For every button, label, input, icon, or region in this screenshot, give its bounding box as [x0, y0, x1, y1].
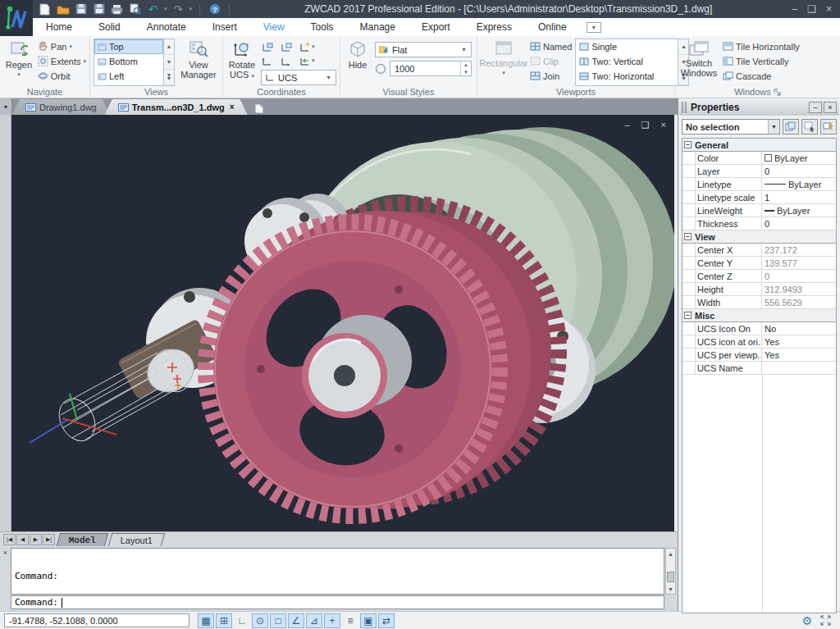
tab-export[interactable]: Export	[409, 18, 463, 36]
named-viewports-button[interactable]: Named	[530, 40, 572, 52]
pan-button[interactable]: Pan▾	[38, 40, 86, 52]
visual-style-combobox[interactable]: Flat ▼	[375, 42, 472, 57]
hide-button[interactable]: Hide	[344, 39, 372, 86]
tab-tools[interactable]: Tools	[298, 18, 347, 36]
property-row-ucs-name[interactable]: UCS Name	[682, 362, 836, 375]
regen-button[interactable]: Regen ▾	[3, 39, 34, 86]
switch-windows-button[interactable]: Switch Windows	[678, 39, 719, 86]
fullscreen-icon[interactable]	[820, 615, 831, 626]
last-tab-icon[interactable]: ▶|	[43, 534, 55, 545]
property-row-lineweight[interactable]: LineWeightByLayer	[682, 204, 836, 217]
property-row-layer[interactable]: Layer0	[682, 165, 836, 178]
property-row-center-x[interactable]: Center X237.172	[682, 244, 836, 257]
model-tab[interactable]: Model	[57, 533, 109, 546]
property-row-ucs-icon-on[interactable]: UCS Icon OnNo	[682, 322, 836, 335]
scroll-thumb[interactable]	[667, 572, 674, 582]
viewport-two-horizontal-item[interactable]: Two: Horizontal	[576, 69, 678, 84]
property-row-ucs-icon-origin[interactable]: UCS icon at ori...Yes	[682, 335, 836, 349]
settings-gear-icon[interactable]: ⚙	[801, 614, 812, 627]
tab-view[interactable]: View	[250, 18, 298, 36]
ucs-z-axis-icon[interactable]: ▾	[299, 40, 320, 53]
tile-horizontally-button[interactable]: Tile Horizontally	[723, 40, 800, 52]
doc-tab-menu-icon[interactable]: ▼	[0, 98, 12, 115]
tab-home[interactable]: Home	[33, 18, 85, 36]
doc-close-icon[interactable]: ×	[661, 120, 666, 130]
doc-tab-close-icon[interactable]: ×	[230, 103, 235, 112]
scroll-up-icon[interactable]: ▲	[666, 549, 675, 558]
property-row-color[interactable]: ColorByLayer	[682, 152, 836, 165]
viewport-two-vertical-item[interactable]: Two: Vertical	[576, 54, 678, 69]
command-input[interactable]: Command:	[11, 595, 664, 609]
panel-launcher-icon[interactable]	[774, 89, 781, 96]
cascade-button[interactable]: Cascade	[723, 70, 800, 82]
quick-select-button[interactable]	[783, 119, 799, 134]
join-viewports-button[interactable]: Join	[530, 70, 572, 82]
ucs-3point-icon[interactable]	[261, 54, 279, 67]
rectangular-button[interactable]: Rectangular ▾	[481, 39, 527, 86]
view-top-item[interactable]: Top	[94, 39, 163, 54]
ortho-mode-toggle[interactable]: ∟	[234, 613, 250, 628]
collapse-icon[interactable]: −	[684, 233, 692, 240]
undo-icon[interactable]: ↶	[146, 2, 160, 16]
property-row-center-y[interactable]: Center Y139.577	[682, 257, 836, 270]
toggle-pickadd-button[interactable]	[820, 119, 837, 134]
print-preview-icon[interactable]	[128, 2, 142, 16]
ucs-named-icon[interactable]	[280, 40, 298, 53]
rotate-ucs-button[interactable]: Rotate UCS ▾	[226, 39, 258, 86]
save-icon[interactable]	[74, 2, 88, 16]
view-left-item[interactable]: Left	[94, 69, 163, 84]
select-objects-button[interactable]	[801, 119, 818, 134]
restore-icon[interactable]: ❑	[807, 3, 816, 15]
tab-solid[interactable]: Solid	[85, 18, 134, 36]
property-row-linetype[interactable]: LinetypeByLayer	[682, 178, 836, 191]
ucs-combobox[interactable]: UCS ▼	[261, 70, 336, 85]
prev-tab-icon[interactable]: ◀	[16, 534, 29, 545]
command-close-icon[interactable]: ×	[3, 549, 7, 557]
object-snap-tracking-toggle[interactable]: ∠	[288, 613, 304, 628]
panel-close-icon[interactable]: ×	[824, 102, 837, 113]
command-scrollbar[interactable]: ▲ ▼	[665, 548, 676, 595]
first-tab-icon[interactable]: |◀	[3, 534, 16, 545]
dynamic-ucs-toggle[interactable]: +	[324, 613, 340, 628]
minimize-icon[interactable]: –	[792, 3, 798, 15]
ucs-world-icon[interactable]	[261, 40, 279, 53]
lineweight-toggle[interactable]: ≡	[342, 613, 358, 628]
property-row-thickness[interactable]: Thickness0	[682, 217, 836, 230]
layout1-tab[interactable]: Layout1	[108, 533, 166, 546]
scroll-down-icon[interactable]: ▼	[666, 584, 675, 594]
clip-viewport-button[interactable]: Clip	[530, 55, 572, 67]
print-icon[interactable]	[110, 2, 124, 16]
selection-combobox[interactable]: No selection ▼	[682, 119, 780, 134]
new-icon[interactable]	[38, 2, 52, 16]
redo-icon[interactable]: ↷	[171, 2, 185, 16]
help-icon[interactable]: ?	[208, 2, 221, 16]
orbit-button[interactable]: Orbit	[38, 70, 86, 82]
spin-down-icon[interactable]: ▼	[461, 69, 471, 76]
ucs-object-icon[interactable]	[280, 54, 298, 67]
property-row-center-z[interactable]: Center Z0	[682, 270, 836, 283]
section-general[interactable]: −General	[682, 139, 836, 152]
property-row-height[interactable]: Height312.9493	[682, 283, 836, 296]
annotation-toggle[interactable]: ▣	[360, 613, 377, 628]
next-tab-icon[interactable]: ▶	[30, 534, 42, 545]
view-manager-button[interactable]: View Manager	[178, 39, 219, 86]
save-all-icon[interactable]	[92, 2, 106, 16]
properties-title-bar[interactable]: Properties – ×	[679, 99, 839, 116]
tab-insert[interactable]: Insert	[199, 18, 250, 36]
tile-vertically-button[interactable]: Tile Vertically	[723, 55, 800, 67]
property-row-linetype-scale[interactable]: Linetype scale1	[682, 191, 836, 204]
close-icon[interactable]: ×	[826, 3, 832, 15]
scroll-up-icon[interactable]: ▲	[164, 39, 174, 55]
scroll-more-icon[interactable]: ▼▼	[164, 70, 174, 85]
collapse-icon[interactable]: −	[684, 312, 692, 319]
dynamic-input-toggle[interactable]: ⊿	[306, 613, 322, 628]
object-snap-toggle[interactable]: □	[270, 613, 286, 628]
section-view[interactable]: −View	[682, 230, 836, 244]
ucs-previous-icon[interactable]: ▾	[299, 54, 320, 67]
extents-button[interactable]: Extents▾	[38, 55, 86, 67]
workspace-toggle[interactable]: ⇄	[378, 613, 395, 628]
grid-display-toggle[interactable]: ⊞	[216, 613, 232, 628]
doc-tab-transmission3d[interactable]: Transm...on3D_1.dwg ×	[105, 99, 248, 115]
tab-manage[interactable]: Manage	[347, 18, 409, 36]
redo-dropdown-icon[interactable]: ▾	[189, 6, 193, 12]
